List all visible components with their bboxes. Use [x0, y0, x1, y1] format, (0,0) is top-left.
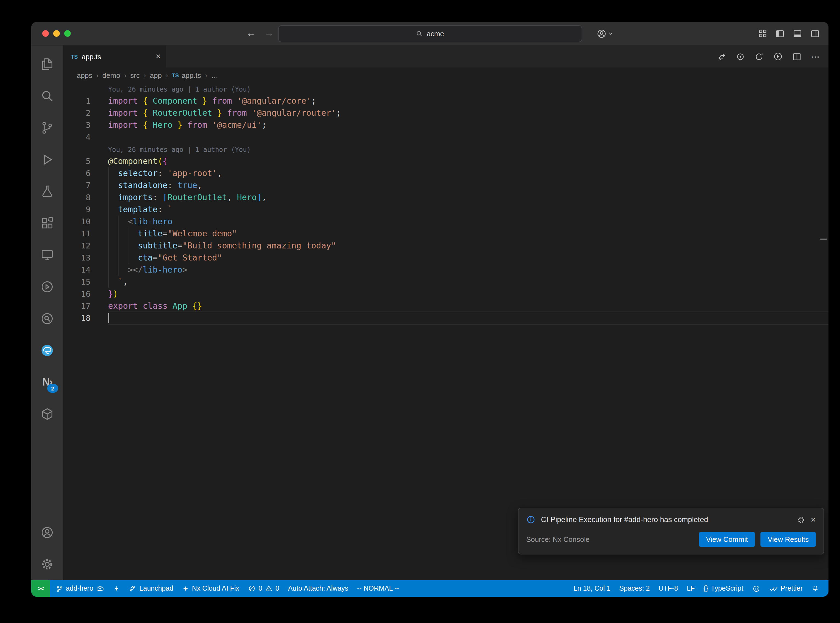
code-line[interactable]: imports: [RouterOutlet, Hero],	[108, 192, 828, 204]
code-lines[interactable]: You, 26 minutes ago | 1 author (You)impo…	[91, 83, 828, 580]
status-cursor-position[interactable]: Ln 18, Col 1	[570, 580, 614, 597]
status-problems[interactable]: 0 0	[244, 580, 283, 597]
status-encoding[interactable]: UTF-8	[655, 580, 682, 597]
search-view-icon[interactable]	[31, 80, 63, 112]
status-notifications[interactable]	[808, 580, 823, 597]
status-auto-attach[interactable]: Auto Attach: Always	[284, 580, 352, 597]
tab-bar: TS app.ts × ⋯	[63, 46, 828, 68]
toggle-sidebar-right-icon[interactable]	[810, 29, 820, 38]
zap-icon	[113, 585, 120, 592]
code-line[interactable]: You, 26 minutes ago | 1 author (You)	[108, 83, 828, 95]
status-indentation[interactable]: Spaces: 2	[615, 580, 653, 597]
open-changes-icon[interactable]	[717, 52, 726, 61]
search-icon	[416, 30, 423, 37]
code-line[interactable]: ></lib-hero>	[108, 264, 828, 276]
activity-bar: N› 2	[31, 46, 63, 580]
toggle-blame-icon[interactable]	[736, 52, 745, 61]
status-zap[interactable]	[109, 580, 124, 597]
code-line[interactable]: selector: 'app-root',	[108, 167, 828, 180]
notification-settings-icon[interactable]	[796, 515, 805, 524]
close-tab-icon[interactable]: ×	[155, 52, 161, 61]
testing-icon[interactable]	[31, 175, 63, 207]
code-line[interactable]: standalone: true,	[108, 180, 828, 192]
status-language[interactable]: {} TypeScript	[700, 580, 747, 597]
line-number: 2	[63, 107, 91, 119]
extensions-icon[interactable]	[31, 207, 63, 239]
code-line[interactable]: You, 26 minutes ago | 1 author (You)	[108, 143, 828, 155]
minimize-window-button[interactable]	[53, 30, 60, 37]
status-launchpad[interactable]: Launchpad	[125, 580, 177, 597]
code-line[interactable]: import { Hero } from '@acme/ui';	[108, 119, 828, 131]
code-line[interactable]	[108, 131, 828, 143]
view-results-button[interactable]: View Results	[760, 532, 816, 547]
tab-app-ts[interactable]: TS app.ts ×	[63, 46, 166, 68]
notification-close-icon[interactable]: ×	[811, 515, 816, 524]
line-number: 15	[63, 276, 91, 288]
indent-guide	[118, 228, 118, 239]
nx-console-icon[interactable]: N› 2	[31, 366, 63, 398]
container-icon[interactable]	[31, 398, 63, 430]
warnings-icon	[265, 585, 273, 592]
code-line[interactable]: title="Welcmoe demo"	[108, 228, 828, 239]
screen: ← → acme	[0, 0, 840, 623]
notification-title: CI Pipeline Execution for #add-hero has …	[541, 516, 791, 524]
code-line[interactable]: })	[108, 288, 828, 300]
code-line[interactable]: template: `	[108, 204, 828, 216]
code-line[interactable]: cta="Get Started"	[108, 252, 828, 264]
source-control-icon[interactable]	[31, 112, 63, 144]
code-line[interactable]: export class App {}	[108, 300, 828, 312]
status-nx-cloud-ai-fix[interactable]: Nx Cloud AI Fix	[178, 580, 243, 597]
line-number: 6	[63, 167, 91, 180]
code-line-current[interactable]	[108, 312, 828, 324]
remote-explorer-icon[interactable]	[31, 239, 63, 271]
split-editor-icon[interactable]	[792, 52, 802, 61]
edge-browser-icon[interactable]	[31, 335, 63, 366]
code-line[interactable]: import { Component } from '@angular/core…	[108, 95, 828, 107]
search-code-icon[interactable]	[31, 303, 63, 335]
status-branch[interactable]: add-hero	[52, 580, 108, 597]
run-debug-file-icon[interactable]	[773, 52, 783, 61]
more-actions-icon[interactable]: ⋯	[811, 51, 820, 62]
account-menu[interactable]	[596, 28, 613, 39]
code-editor[interactable]: 123456789101112131415161718 You, 26 minu…	[63, 83, 828, 580]
code-line[interactable]: `,	[108, 276, 828, 288]
chevron-down-icon	[608, 31, 613, 36]
navigate-forward-icon[interactable]: →	[264, 28, 274, 39]
view-commit-button[interactable]: View Commit	[699, 532, 755, 547]
customize-layout-icon[interactable]	[758, 29, 767, 38]
navigate-back-icon[interactable]: ←	[246, 28, 256, 39]
code-line[interactable]: <lib-hero	[108, 216, 828, 228]
publish-cloud-icon	[96, 584, 104, 592]
status-eol[interactable]: LF	[683, 580, 699, 597]
code-line[interactable]: @Component({	[108, 155, 828, 167]
indent-guide	[108, 239, 109, 252]
status-copilot[interactable]	[748, 580, 764, 597]
run-debug-icon[interactable]	[31, 144, 63, 175]
breadcrumb-item[interactable]: apps	[77, 71, 92, 79]
run-profile-icon[interactable]	[31, 271, 63, 303]
status-vim-mode[interactable]: -- NORMAL --	[353, 580, 403, 597]
code-line[interactable]: import { RouterOutlet } from '@angular/r…	[108, 107, 828, 119]
remote-indicator[interactable]: ><	[31, 580, 50, 597]
breadcrumb-item[interactable]: app	[150, 71, 161, 79]
info-icon	[526, 515, 536, 524]
breadcrumb-item[interactable]: …	[211, 71, 218, 79]
toggle-panel-icon[interactable]	[793, 29, 802, 38]
status-formatter[interactable]: Prettier	[765, 580, 806, 597]
explorer-icon[interactable]	[31, 48, 63, 80]
rocket-icon	[129, 585, 137, 592]
manage-gear-icon[interactable]	[31, 548, 63, 580]
breadcrumb-item[interactable]: src	[130, 71, 140, 79]
zoom-window-button[interactable]	[64, 30, 71, 37]
code-line[interactable]: subtitle="Build something amazing today"	[108, 239, 828, 252]
title-bar[interactable]: ← → acme	[31, 22, 828, 46]
accounts-icon[interactable]	[31, 517, 63, 548]
breadcrumb-item[interactable]: demo	[102, 71, 120, 79]
close-window-button[interactable]	[42, 30, 49, 37]
command-center-search[interactable]: acme	[278, 25, 582, 42]
sync-icon[interactable]	[754, 52, 764, 61]
tab-label: app.ts	[82, 52, 101, 61]
status-bar: >< add-hero Launchpad Nx Cloud AI Fix	[31, 580, 828, 597]
toggle-sidebar-left-icon[interactable]	[775, 29, 785, 38]
breadcrumb-item[interactable]: TSapp.ts	[172, 71, 201, 79]
